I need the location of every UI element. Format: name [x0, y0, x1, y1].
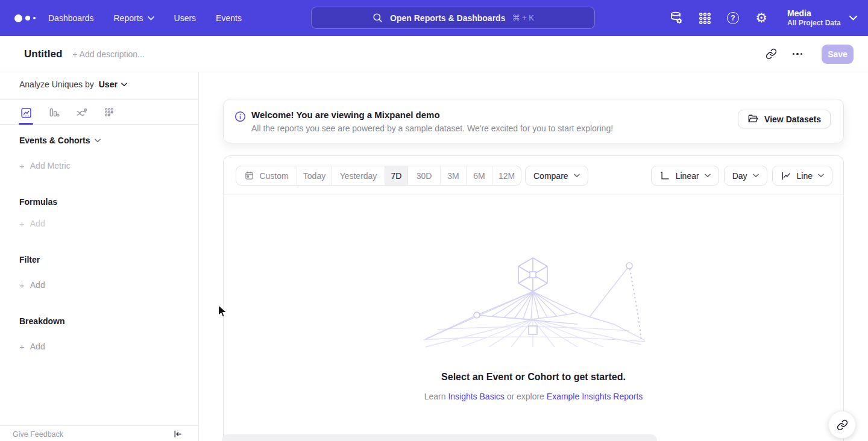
settings-gear-icon[interactable]: ⚙ [754, 11, 769, 25]
top-navigation: Dashboards Reports Users Events Open Rep… [0, 0, 868, 36]
nav-users[interactable]: Users [174, 13, 197, 23]
query-builder-sidebar: Analyze Uniques by User [0, 72, 199, 441]
more-options-icon[interactable] [793, 51, 803, 58]
chevron-down-icon [574, 174, 580, 178]
banner-subtitle: All the reports you see are powered by a… [251, 124, 613, 133]
plus-icon: + [19, 161, 25, 170]
nav-events[interactable]: Events [216, 13, 242, 23]
range-today[interactable]: Today [297, 166, 332, 185]
share-link-button[interactable] [828, 411, 856, 439]
analyze-uniques-label: Analyze Uniques by [19, 80, 94, 89]
help-icon[interactable]: ? [726, 11, 740, 25]
mixpanel-logo[interactable] [14, 14, 39, 22]
breakdown-section-label: Breakdown [19, 316, 64, 326]
range-30d[interactable]: 30D [407, 166, 440, 185]
range-12m[interactable]: 12M [492, 166, 521, 185]
empty-state-title: Select an Event or Cohort to get started… [224, 372, 843, 383]
search-placeholder: Open Reports & Dashboards [390, 13, 505, 23]
nav-reports[interactable]: Reports [114, 13, 154, 23]
tab-flow-icon[interactable] [74, 105, 89, 120]
line-chart-icon [781, 170, 791, 181]
empty-state-subtitle: Learn Insights Basics or explore Example… [224, 392, 843, 401]
project-switcher[interactable]: Media All Project Data [787, 8, 857, 28]
tab-insights-icon[interactable] [19, 105, 33, 120]
chart-type-tabs [0, 99, 198, 125]
chevron-down-icon [148, 16, 154, 20]
tab-bar-chart-icon[interactable] [46, 105, 61, 120]
selected-tab-indicator [19, 123, 33, 125]
empty-state-illustration [420, 257, 649, 348]
range-3m[interactable]: 3M [440, 166, 466, 185]
sidebar-footer: Give Feedback [0, 425, 198, 441]
chevron-down-icon [818, 174, 824, 178]
report-title[interactable]: Untitled [24, 48, 62, 60]
add-breakdown-button[interactable]: + Add [19, 342, 45, 351]
insights-chart-card: Custom Today Yesterday 7D 30D 3M 6M 12M … [223, 155, 844, 441]
primary-nav: Dashboards Reports Users Events [48, 13, 242, 23]
plus-icon: + [19, 219, 25, 228]
results-table-peek[interactable] [222, 434, 657, 441]
insights-basics-link[interactable]: Insights Basics [448, 392, 504, 401]
chart-controls-row: Custom Today Yesterday 7D 30D 3M 6M 12M … [224, 156, 843, 195]
range-custom[interactable]: Custom [236, 166, 297, 185]
apps-grid-icon[interactable] [697, 11, 712, 25]
search-shortcut: ⌘ + K [512, 13, 534, 22]
range-6m[interactable]: 6M [466, 166, 492, 185]
compare-dropdown[interactable]: Compare [525, 166, 588, 186]
range-yesterday[interactable]: Yesterday [332, 166, 385, 185]
range-7d-selected[interactable]: 7D [385, 166, 407, 185]
project-scope: All Project Data [787, 19, 841, 28]
search-icon [372, 12, 383, 23]
nav-dashboards[interactable]: Dashboards [48, 13, 94, 23]
report-header-bar: Untitled + Add description... Save [0, 36, 868, 72]
copy-link-icon[interactable] [766, 48, 777, 60]
calendar-icon [244, 170, 254, 181]
folder-icon [747, 113, 759, 125]
nav-utilities: ? ⚙ Media All Project Data [669, 0, 857, 36]
view-datasets-button[interactable]: View Datasets [738, 110, 831, 128]
data-management-icon[interactable] [669, 11, 684, 25]
events-cohorts-section[interactable]: Events & Cohorts [19, 136, 101, 145]
banner-title: Welcome! You are viewing a Mixpanel demo [251, 110, 440, 120]
chart-type-dropdown[interactable]: Line [772, 166, 832, 186]
chevron-down-icon [121, 83, 127, 87]
add-description-field[interactable]: + Add description... [72, 49, 144, 59]
interval-dropdown[interactable]: Day [724, 166, 767, 186]
link-icon [837, 419, 848, 431]
plus-icon: + [19, 342, 25, 351]
plus-icon: + [19, 281, 25, 290]
linear-axis-icon [659, 170, 670, 181]
chevron-down-icon [753, 174, 759, 178]
give-feedback-link[interactable]: Give Feedback [13, 430, 63, 439]
save-button[interactable]: Save [822, 45, 854, 64]
date-range-control: Custom Today Yesterday 7D 30D 3M 6M 12M [236, 166, 521, 186]
chevron-down-icon [95, 139, 101, 143]
add-metric-button[interactable]: + Add Metric [19, 161, 71, 170]
tab-retention-icon[interactable] [102, 105, 116, 120]
analyze-by-dropdown[interactable]: User [99, 80, 127, 89]
scale-dropdown[interactable]: Linear [651, 166, 719, 186]
global-search[interactable]: Open Reports & Dashboards ⌘ + K [311, 7, 595, 29]
example-reports-link[interactable]: Example Insights Reports [547, 392, 643, 401]
chevron-down-icon [849, 16, 857, 20]
welcome-banner: Welcome! You are viewing a Mixpanel demo… [223, 99, 844, 143]
add-formula-button[interactable]: + Add [19, 219, 45, 228]
info-icon [234, 111, 246, 122]
filter-section-label: Filter [19, 255, 40, 264]
chevron-down-icon [705, 174, 711, 178]
add-filter-button[interactable]: + Add [19, 280, 45, 290]
collapse-sidebar-icon[interactable] [172, 429, 183, 439]
project-name: Media [787, 8, 841, 19]
formulas-section-label: Formulas [19, 197, 57, 207]
